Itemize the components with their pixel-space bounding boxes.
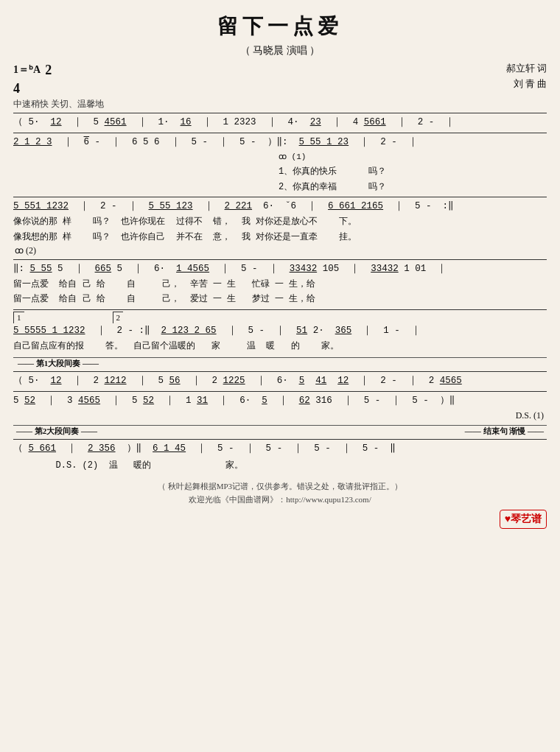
notation-line-1: （ 5· 12 ｜ 5 4561 ｜ 1· 16 ｜ 1 2323 ｜ 4· 2… [13, 115, 547, 130]
section-label-interlude2: —— 第2大段间奏 —— [13, 426, 100, 437]
ds-marker-1: D.S. (1) [13, 410, 547, 422]
lyric-line-2a: ꝏ (1) [13, 150, 547, 164]
lyric-line-5a: 自己留点应有的报 答。 自己留个温暖的 家 温 暖 的 家。 [13, 339, 547, 354]
notation-line-6: （ 5· 12 ｜ 2 1212 ｜ 5 56 ｜ 2 1225 ｜ 6· 5 … [13, 373, 547, 389]
song-title: 留下一点爱 [13, 12, 547, 41]
notation-line-7: 5 52 ｜ 3 4565 ｜ 5 52 ｜ 1 31 ｜ 6· 5 ｜ 62 … [13, 393, 547, 409]
lyric-line-4a: 留一点爱 给自 己 给 自 己， 辛苦 一 生 忙碌 一 生，给 [13, 277, 547, 292]
notation-line-8: （ 5 661 ｜ 2 356 ）‖ 6 1 45 ｜ 5 - ｜ 5 - ｜ … [13, 441, 547, 457]
notation-line-5: 5 5555 1 1232 ｜ 2 - :‖ 2 123 2 65 ｜ 5 - … [13, 323, 547, 339]
site-logo: ♥琴艺谱 [500, 510, 547, 529]
lyric-line-4b: 留一点爱 给自 己 给 自 己， 爱过 一 生 梦过 一 生，给 [13, 292, 547, 306]
notation-line-3: 5 551 1232 ｜ 2 - ｜ 5 55 123 ｜ 2 221 6· ˇ… [13, 199, 547, 214]
music-notation: （ 5· 12 ｜ 5 4561 ｜ 1· 16 ｜ 1 2323 ｜ 4· 2… [13, 113, 547, 475]
song-subtitle: （ 马晓晨 演唱 ） [13, 43, 547, 58]
notation-line-2: 2 1 2 3 ｜ 6 - ｜ 6 5 6 ｜ 5 - ｜ 5 - ）‖: 5 … [13, 135, 547, 150]
composer-info: 郝立轩 词 刘 青 曲 [506, 61, 547, 92]
lyric-numbered-1: 1、你真的快乐 吗？ [13, 164, 547, 179]
lyric-line-3a: 像你说的那 样 吗？ 也许你现在 过得不 错， 我 对你还是放心不 下。 [13, 214, 547, 229]
footer-note: （ 秋叶起舞根据MP3记谱，仅供参考。错误之处，敬请批评指正。） 欢迎光临《中国… [13, 479, 547, 507]
lyric-numbered-2: 2、你真的幸福 吗？ [13, 180, 547, 194]
volta-markers: 1 2 [13, 312, 547, 323]
tempo-marking: 中速稍快 关切、温馨地 [13, 98, 104, 110]
section-label-interlude1: —— 第1大段间奏 —— [13, 358, 103, 369]
lyric-line-3b: 像我想的那 样 吗？ 也许你自己 并不在 意， 我 对你还是一直牵 挂。 [13, 230, 547, 245]
repeat-marker-2: ꝏ (2) [13, 245, 547, 257]
section-label-ending: —— 结束句 渐慢 —— [462, 426, 547, 437]
key-signature: 1＝ᵇA 24 [13, 61, 104, 98]
ds-lyric-line: D.S. (2) 温 暖的 家。 [13, 457, 547, 474]
notation-line-4: ‖: 5 55 5 ｜ 665 5 ｜ 6· 1 4565 ｜ 5 - ｜ 33… [13, 261, 547, 277]
